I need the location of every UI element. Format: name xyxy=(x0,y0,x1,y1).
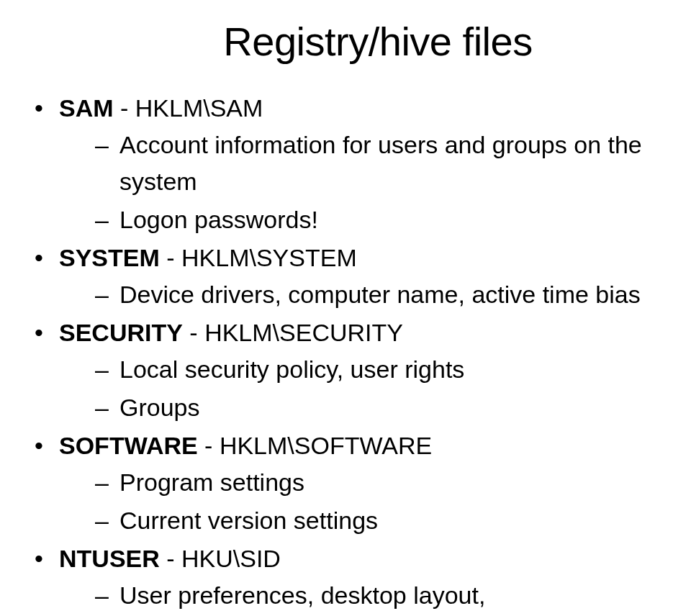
item-heading-rest: - HKU\SID xyxy=(160,545,281,572)
list-subitem: User preferences, desktop layout, wallpa… xyxy=(94,577,662,616)
item-heading-rest: - HKLM\SOFTWARE xyxy=(198,432,433,459)
item-heading-rest: - HKLM\SECURITY xyxy=(183,319,403,346)
item-heading-bold: NTUSER xyxy=(59,545,160,572)
slide-content: SAM - HKLM\SAM Account information for u… xyxy=(29,90,662,616)
list-item: SAM - HKLM\SAM Account information for u… xyxy=(29,90,662,238)
item-heading: NTUSER - HKU\SID xyxy=(59,540,662,577)
item-heading: SOFTWARE - HKLM\SOFTWARE xyxy=(59,427,662,464)
bullet-list-level2: Device drivers, computer name, active ti… xyxy=(59,276,662,313)
bullet-list-level2: Account information for users and groups… xyxy=(59,127,662,238)
list-subitem: Program settings xyxy=(94,464,662,501)
list-item: NTUSER - HKU\SID User preferences, deskt… xyxy=(29,540,662,616)
list-subitem: Current version settings xyxy=(94,502,662,539)
list-subitem: Groups xyxy=(94,389,662,426)
item-heading: SAM - HKLM\SAM xyxy=(59,90,662,127)
item-heading: SECURITY - HKLM\SECURITY xyxy=(59,314,662,351)
item-heading-bold: SOFTWARE xyxy=(59,432,198,459)
bullet-list-level2: Local security policy, user rights Group… xyxy=(59,351,662,426)
item-heading-bold: SECURITY xyxy=(59,319,183,346)
item-heading-rest: - HKLM\SYSTEM xyxy=(160,244,357,271)
list-item: SOFTWARE - HKLM\SOFTWARE Program setting… xyxy=(29,427,662,539)
list-subitem: Logon passwords! xyxy=(94,201,662,238)
item-heading-rest: - HKLM\SAM xyxy=(114,94,263,122)
bullet-list-level2: User preferences, desktop layout, wallpa… xyxy=(59,577,662,616)
list-item: SYSTEM - HKLM\SYSTEM Device drivers, com… xyxy=(29,240,662,313)
bullet-list-level1: SAM - HKLM\SAM Account information for u… xyxy=(29,90,662,616)
item-heading-bold: SYSTEM xyxy=(59,244,160,271)
bullet-list-level2: Program settings Current version setting… xyxy=(59,464,662,539)
list-subitem: Account information for users and groups… xyxy=(94,127,662,200)
list-item: SECURITY - HKLM\SECURITY Local security … xyxy=(29,314,662,426)
slide-title: Registry/hive files xyxy=(94,18,662,65)
item-heading-bold: SAM xyxy=(59,94,114,122)
list-subitem: Local security policy, user rights xyxy=(94,351,662,388)
item-heading: SYSTEM - HKLM\SYSTEM xyxy=(59,240,662,276)
list-subitem: Device drivers, computer name, active ti… xyxy=(94,276,662,313)
